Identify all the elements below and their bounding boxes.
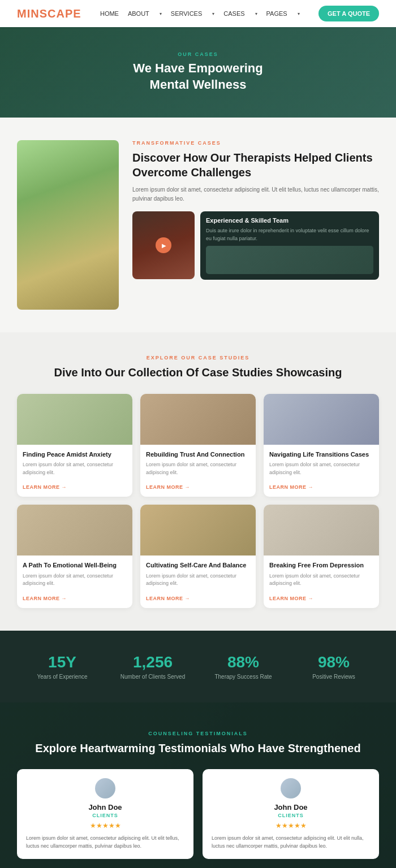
case-card-6: Breaking Free From Depression Lorem ipsu… xyxy=(264,505,379,607)
hero-label: OUR CASES xyxy=(133,51,262,57)
transform-title: Discover How Our Therapists Helped Clien… xyxy=(132,150,379,180)
case-card-link-1[interactable]: LEARN MORE xyxy=(23,484,67,490)
testimonial-role-1: CLIENTS xyxy=(26,813,184,818)
case-card-body-5: Cultivating Self-Care And Balance Lorem … xyxy=(140,555,256,607)
cases-header: EXPLORE OUR CASE STUDIES Dive Into Our C… xyxy=(17,355,379,380)
cases-title: Dive Into Our Collection Of Case Studies… xyxy=(17,365,379,380)
hero-title-line2: Mental Wellness xyxy=(150,77,247,92)
hero-title-line1: We Have Empowering xyxy=(133,61,262,75)
case-card-link-4[interactable]: LEARN MORE xyxy=(23,596,67,601)
stat-label-4: Positive Reviews xyxy=(291,674,376,680)
case-card-4: A Path To Emotional Well-Being Lorem ips… xyxy=(17,505,132,607)
stat-label-3: Therapy Success Rate xyxy=(201,674,286,680)
case-card-link-5[interactable]: LEARN MORE xyxy=(146,596,190,601)
nav-home[interactable]: HOME xyxy=(100,10,119,17)
case-card-img-5 xyxy=(140,505,256,555)
logo-suffix: SCAPE xyxy=(40,7,81,20)
case-card-img-3 xyxy=(264,394,379,445)
transform-inner: TRANSFORMATIVE CASES Discover How Our Th… xyxy=(17,140,379,310)
navbar: MINSCAPE HOME ABOUT▾ SERVICES▾ CASES▾ PA… xyxy=(0,0,396,27)
nav-about[interactable]: ABOUT xyxy=(128,10,149,17)
nav-cases[interactable]: CASES xyxy=(223,10,244,17)
case-card-desc-2: Lorem ipsum dolor sit amet, consectetur … xyxy=(146,461,250,476)
stat-number-4: 98% xyxy=(291,653,376,671)
stat-label-2: Number of Clients Served xyxy=(110,674,195,680)
case-card-body-6: Breaking Free From Depression Lorem ipsu… xyxy=(264,555,379,607)
hero-content: OUR CASES We Have Empowering Mental Well… xyxy=(133,51,262,93)
case-card-title-4: A Path To Emotional Well-Being xyxy=(23,561,127,569)
get-quote-button[interactable]: GET A QUOTE xyxy=(318,6,379,21)
transform-img-placeholder xyxy=(17,140,119,310)
transform-skill-card: Experienced & Skilled Team Duis aute iru… xyxy=(200,211,379,280)
case-card-img-2 xyxy=(140,394,256,445)
stat-2: 1,256 Number of Clients Served xyxy=(107,648,198,685)
case-card-link-2[interactable]: LEARN MORE xyxy=(146,484,190,490)
cases-grid: Finding Peace Amidst Anxiety Lorem ipsum… xyxy=(17,394,379,608)
stats-section: 15Y Years of Experience 1,256 Number of … xyxy=(0,631,396,702)
testimonial-name-1: John Doe xyxy=(26,803,184,811)
nav-links: HOME ABOUT▾ SERVICES▾ CASES▾ PAGES▾ xyxy=(100,10,300,17)
case-card-body-4: A Path To Emotional Well-Being Lorem ips… xyxy=(17,555,132,607)
case-card-desc-3: Lorem ipsum dolor sit amet, consectetur … xyxy=(269,461,373,476)
case-card-img-1 xyxy=(17,394,132,445)
skill-desc: Duis aute irure dolor in reprehenderit i… xyxy=(206,227,373,242)
case-card-2: Rebuilding Trust And Connection Lorem ip… xyxy=(140,394,256,497)
stat-number-3: 88% xyxy=(201,653,286,671)
transform-video-card xyxy=(132,211,195,279)
testimonials-label: COUNSELING TESTIMONIALS xyxy=(17,731,379,736)
transform-desc: Lorem ipsum dolor sit amet, consectetur … xyxy=(132,185,379,203)
stat-3: 88% Therapy Success Rate xyxy=(198,648,289,685)
testimonial-stars-2: ★★★★★ xyxy=(212,822,370,830)
stat-number-2: 1,256 xyxy=(110,653,195,671)
case-card-title-3: Navigating Life Transitions Cases xyxy=(269,450,373,458)
stat-number-1: 15Y xyxy=(20,653,105,671)
testimonial-name-2: John Doe xyxy=(212,803,370,811)
case-card-body-2: Rebuilding Trust And Connection Lorem ip… xyxy=(140,445,256,497)
testimonial-avatar-2 xyxy=(281,778,301,798)
case-card-title-1: Finding Peace Amidst Anxiety xyxy=(23,450,127,458)
case-card-5: Cultivating Self-Care And Balance Lorem … xyxy=(140,505,256,607)
testimonials-section: COUNSELING TESTIMONIALS Explore Heartwar… xyxy=(0,702,396,868)
case-card-title-5: Cultivating Self-Care And Balance xyxy=(146,561,250,569)
transform-cards: Experienced & Skilled Team Duis aute iru… xyxy=(132,211,379,280)
case-card-3: Navigating Life Transitions Cases Lorem … xyxy=(264,394,379,497)
logo: MINSCAPE xyxy=(17,7,81,20)
transform-section: TRANSFORMATIVE CASES Discover How Our Th… xyxy=(0,118,396,332)
stat-4: 98% Positive Reviews xyxy=(289,648,379,685)
hero-title: We Have Empowering Mental Wellness xyxy=(133,60,262,93)
case-card-body-1: Finding Peace Amidst Anxiety Lorem ipsum… xyxy=(17,445,132,497)
testimonial-text-2: Lorem ipsum dolor sit amet, consectetur … xyxy=(212,834,370,850)
skill-image xyxy=(206,246,373,274)
stat-label-1: Years of Experience xyxy=(20,674,105,680)
hero-section: OUR CASES We Have Empowering Mental Well… xyxy=(0,27,396,118)
testimonial-stars-1: ★★★★★ xyxy=(26,822,184,830)
nav-pages[interactable]: PAGES xyxy=(266,10,287,17)
case-card-img-6 xyxy=(264,505,379,555)
testimonial-card-1: John Doe CLIENTS ★★★★★ Lorem ipsum dolor… xyxy=(17,769,193,860)
testimonial-card-2: John Doe CLIENTS ★★★★★ Lorem ipsum dolor… xyxy=(203,769,379,860)
case-card-link-6[interactable]: LEARN MORE xyxy=(269,596,313,601)
case-card-desc-5: Lorem ipsum dolor sit amet, consectetur … xyxy=(146,572,250,588)
cases-section: EXPLORE OUR CASE STUDIES Dive Into Our C… xyxy=(0,332,396,631)
transform-right: TRANSFORMATIVE CASES Discover How Our Th… xyxy=(132,140,379,280)
transform-label: TRANSFORMATIVE CASES xyxy=(132,140,379,146)
transform-image-left xyxy=(17,140,119,310)
testimonial-role-2: CLIENTS xyxy=(212,813,370,818)
testimonial-text-1: Lorem ipsum dolor sit amet, consectetur … xyxy=(26,834,184,850)
logo-highlight: MIN xyxy=(17,7,40,20)
nav-services[interactable]: SERVICES xyxy=(171,10,202,17)
skill-title: Experienced & Skilled Team xyxy=(206,217,373,224)
testimonials-title: Explore Heartwarming Testimonials Who Ha… xyxy=(17,741,379,756)
case-card-desc-4: Lorem ipsum dolor sit amet, consectetur … xyxy=(23,572,127,588)
case-card-img-4 xyxy=(17,505,132,555)
case-card-link-3[interactable]: LEARN MORE xyxy=(269,484,313,490)
case-card-desc-1: Lorem ipsum dolor sit amet, consectetur … xyxy=(23,461,127,476)
cases-label: EXPLORE OUR CASE STUDIES xyxy=(17,355,379,361)
testimonial-avatar-1 xyxy=(95,778,115,798)
case-card-title-2: Rebuilding Trust And Connection xyxy=(146,450,250,458)
play-button[interactable] xyxy=(156,237,171,253)
testimonials-cards: John Doe CLIENTS ★★★★★ Lorem ipsum dolor… xyxy=(17,769,379,860)
logo-text: MINSCAPE xyxy=(17,7,81,20)
case-card-desc-6: Lorem ipsum dolor sit amet, consectetur … xyxy=(269,572,373,588)
case-card-title-6: Breaking Free From Depression xyxy=(269,561,373,569)
